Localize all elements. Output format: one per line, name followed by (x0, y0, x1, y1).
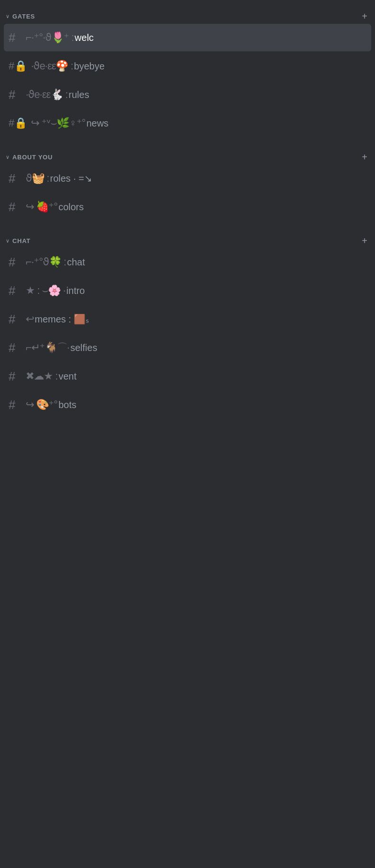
channel-name-chat: chat (67, 257, 85, 268)
channel-item-welc[interactable]: # ⌐·⁺°·ϑ🌷⁺ : welc (4, 24, 371, 51)
channel-decorators: ϑ🧺 : (26, 172, 49, 185)
channel-item-rules[interactable]: # ·ϑe·εε🐇 : rules (4, 81, 371, 108)
channel-name-wrap: ·ϑe·εε🍄 : byebye (31, 60, 366, 72)
channel-decorators: ✖☁★ : (26, 370, 58, 382)
hash-locked-icon: #🔒 (9, 60, 27, 72)
chevron-icon: ∨ (6, 154, 10, 160)
channel-name-roles: roles · =↘ (50, 173, 92, 184)
channel-name-bots: bots (58, 400, 77, 410)
channel-name-wrap: ⌐↵⁺🐐⌒· selfies (26, 341, 366, 355)
add-channel-about-you-button[interactable]: + (362, 152, 367, 162)
category-label-about-you: ABOUT YOU (12, 154, 53, 161)
channel-item-bots[interactable]: # ↪ 🎨⁺° bots (4, 391, 371, 419)
channel-name-wrap: ·ϑe·εε🐇 : rules (26, 88, 366, 101)
channel-name-news: news (87, 118, 109, 129)
channel-list-chat: # ⌐·⁺°ϑ🍀 : chat # ★ : ⌣🌸 · intro # ↩ (0, 248, 375, 419)
hash-icon: # (9, 200, 22, 215)
category-header-gates[interactable]: ∨ GATES + (0, 8, 375, 23)
channel-name-wrap: ✖☁★ : vent (26, 370, 366, 382)
hash-icon: # (9, 171, 22, 186)
channel-name-wrap: ⌐·⁺°·ϑ🌷⁺ : welc (26, 31, 366, 44)
channel-name-rules: rules (68, 89, 89, 100)
channel-decorators: ⌐·⁺°ϑ🍀 : (26, 256, 66, 268)
hash-icon: # (9, 30, 22, 45)
category-header-left: ∨ GATES (6, 13, 35, 20)
separator (0, 224, 375, 232)
channel-item-chat[interactable]: # ⌐·⁺°ϑ🍀 : chat (4, 248, 371, 276)
channel-item-roles[interactable]: # ϑ🧺 : roles · =↘ (4, 165, 371, 192)
channel-item-vent[interactable]: # ✖☁★ : vent (4, 362, 371, 390)
channel-name-memes: memes : 🟫ₛ (35, 313, 89, 325)
channel-item-memes[interactable]: # ↩ memes : 🟫ₛ (4, 305, 371, 333)
channel-decorators: ⌐↵⁺🐐⌒· (26, 341, 69, 355)
channel-name-wrap: ↪ 🍓⁺° colors (26, 201, 366, 213)
category-header-about-you[interactable]: ∨ ABOUT YOU + (0, 148, 375, 164)
chevron-icon: ∨ (6, 238, 10, 244)
channel-decorators: ⌐·⁺°·ϑ🌷⁺ : (26, 31, 74, 44)
hash-icon: # (9, 283, 22, 298)
separator (0, 141, 375, 148)
channel-name-byebye: byebye (74, 61, 105, 72)
channel-name-wrap: ↪ 🎨⁺° bots (26, 399, 366, 411)
hash-icon: # (9, 341, 22, 355)
category-header-left: ∨ ABOUT YOU (6, 154, 53, 161)
channel-name-wrap: ϑ🧺 : roles · =↘ (26, 172, 366, 185)
add-channel-chat-button[interactable]: + (362, 236, 367, 245)
channel-item-selfies[interactable]: # ⌐↵⁺🐐⌒· selfies (4, 334, 371, 361)
channel-decorators: ↪ 🎨⁺° (26, 399, 58, 411)
category-header-chat[interactable]: ∨ CHAT + (0, 232, 375, 247)
hash-icon: # (9, 88, 22, 102)
hash-icon: # (9, 255, 22, 270)
channel-list-about-you: # ϑ🧺 : roles · =↘ # ↪ 🍓⁺° colors (0, 165, 375, 221)
channel-name-colors: colors (58, 202, 84, 213)
category-gates: ∨ GATES + # ⌐·⁺°·ϑ🌷⁺ : welc #🔒 ·ϑe·εε🍄 :… (0, 8, 375, 137)
hash-icon: # (9, 312, 22, 327)
add-channel-gates-button[interactable]: + (362, 11, 367, 21)
chevron-icon: ∨ (6, 13, 10, 20)
category-chat: ∨ CHAT + # ⌐·⁺°ϑ🍀 : chat # ★ : ⌣🌸 · intr… (0, 232, 375, 419)
channel-item-news[interactable]: #🔒 ↪ ⁺ᵛ⌣🌿♀⁺° news (4, 109, 371, 137)
channel-name-vent: vent (58, 371, 77, 382)
channel-decorators: ↪ ⁺ᵛ⌣🌿♀⁺° (31, 117, 85, 129)
channel-name-wrap: ↪ ⁺ᵛ⌣🌿♀⁺° news (31, 117, 366, 129)
channel-decorators: ★ : ⌣🌸 · (26, 284, 66, 297)
channel-list-gates: # ⌐·⁺°·ϑ🌷⁺ : welc #🔒 ·ϑe·εε🍄 : byebye # … (0, 24, 375, 137)
hash-icon: # (9, 398, 22, 412)
channel-name-selfies: selfies (70, 342, 97, 353)
channel-decorators: ·ϑe·εε🍄 : (31, 60, 73, 72)
category-label-gates: GATES (12, 13, 35, 20)
channel-item-byebye[interactable]: #🔒 ·ϑe·εε🍄 : byebye (4, 52, 371, 80)
hash-locked-icon: #🔒 (9, 117, 27, 129)
category-header-left: ∨ CHAT (6, 237, 30, 244)
channel-decorators: ↪ 🍓⁺° (26, 201, 58, 213)
channel-name-wrap: ↩ memes : 🟫ₛ (26, 313, 366, 325)
channel-item-colors[interactable]: # ↪ 🍓⁺° colors (4, 193, 371, 221)
channel-name-wrap: ★ : ⌣🌸 · intro (26, 284, 366, 297)
hash-icon: # (9, 369, 22, 384)
channel-name-intro: intro (67, 285, 85, 296)
sidebar: ∨ GATES + # ⌐·⁺°·ϑ🌷⁺ : welc #🔒 ·ϑe·εε🍄 :… (0, 0, 375, 430)
channel-item-intro[interactable]: # ★ : ⌣🌸 · intro (4, 277, 371, 304)
channel-name-welc: welc (75, 32, 94, 43)
category-about-you: ∨ ABOUT YOU + # ϑ🧺 : roles · =↘ # ↪ 🍓⁺° … (0, 148, 375, 221)
category-label-chat: CHAT (12, 237, 30, 244)
channel-decorators: ·ϑe·εε🐇 : (26, 88, 67, 101)
channel-name-wrap: ⌐·⁺°ϑ🍀 : chat (26, 256, 366, 268)
channel-decorators: ↩ (26, 313, 34, 325)
